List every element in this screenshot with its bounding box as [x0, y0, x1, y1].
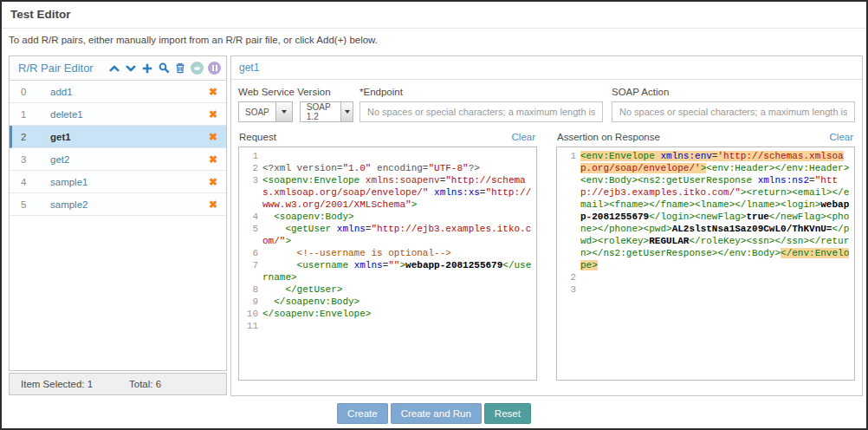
code-line: 2: [557, 271, 854, 283]
request-clear-link[interactable]: Clear: [512, 132, 535, 142]
editors-row: Request Clear 12<?xml version="1.0" enco…: [231, 124, 862, 381]
pair-name: sample2: [50, 199, 209, 210]
action-bar: Create Create and Run Reset: [2, 403, 866, 424]
rr-pair-editor-title: R/R Pair Editor: [18, 62, 94, 75]
request-panel: Request Clear 12<?xml version="1.0" enco…: [238, 130, 537, 381]
pair-name: get1: [50, 132, 209, 142]
test-editor-page: Test Editor To add R/R pairs, either man…: [0, 0, 868, 430]
items-total-count: Total: 6: [129, 379, 161, 389]
pair-name: delete1: [50, 109, 209, 120]
pair-name: get2: [50, 154, 209, 165]
rr-pair-row[interactable]: 5sample2✖: [10, 193, 226, 216]
move-up-icon[interactable]: [108, 62, 120, 75]
chevron-down-icon: [282, 110, 287, 114]
line-number: 1: [239, 150, 262, 162]
assertion-label: Assertion on Response: [557, 132, 660, 142]
rr-pair-list: 0add1✖1delete1✖2get1✖3get2✖4sample1✖5sam…: [10, 81, 226, 216]
rr-pair-footer: Item Selected: 1 Total: 6: [9, 373, 227, 395]
soap-action-input[interactable]: [612, 101, 855, 122]
code-line: 10</soapenv:Envelope>: [239, 308, 536, 320]
rr-pair-editor-panel: R/R Pair Editor: [9, 55, 227, 395]
pair-index: 5: [10, 199, 50, 210]
code-line: 3<soapenv:Envelope xmlns:soapenv="http:/…: [239, 174, 536, 211]
code-line: 11: [239, 320, 536, 332]
pair-index: 4: [10, 177, 50, 187]
rr-pair-row[interactable]: 2get1✖: [10, 126, 226, 148]
code-line: 4 <soapenv:Body>: [239, 211, 536, 223]
endpoint-label: *Endpoint: [360, 87, 603, 97]
assertion-panel: Assertion on Response Clear 1<env:Envelo…: [556, 130, 855, 381]
delete-pair-icon[interactable]: ✖: [209, 154, 226, 165]
line-number: 1: [557, 150, 580, 271]
pair-title-link[interactable]: get1: [239, 62, 259, 74]
protocol-select[interactable]: SOAP: [238, 101, 293, 122]
rr-pair-row[interactable]: 1delete1✖: [10, 103, 226, 126]
line-number: 7: [239, 259, 262, 283]
rr-pair-row[interactable]: 3get2✖: [10, 148, 226, 171]
delete-pair-icon[interactable]: ✖: [209, 177, 226, 187]
items-selected-count: Item Selected: 1: [10, 379, 129, 389]
pair-detail-header: get1: [231, 56, 862, 80]
chevron-down-icon: [345, 110, 350, 114]
add-icon[interactable]: [141, 62, 153, 75]
line-number: 11: [239, 320, 262, 332]
pause-icon[interactable]: [208, 62, 221, 75]
soap-version-select[interactable]: SOAP 1.2: [300, 101, 354, 122]
delete-pair-icon[interactable]: ✖: [209, 87, 226, 97]
service-form: Web Service Version SOAP SOAP 1.2 *Endpo…: [231, 80, 862, 124]
endpoint-input[interactable]: [360, 101, 603, 122]
header-divider: [2, 28, 866, 29]
protocol-select-button[interactable]: [275, 102, 292, 121]
page-title: Test Editor: [10, 8, 71, 21]
pair-index: 1: [10, 109, 50, 120]
code-line: 3: [557, 283, 854, 296]
code-line: 5 <getUser xmlns="http://ejb3.examples.i…: [239, 223, 536, 247]
code-line: 2<?xml version="1.0" encoding="UTF-8"?>: [239, 162, 536, 174]
rr-pair-row[interactable]: 4sample1✖: [10, 171, 226, 193]
request-code[interactable]: 12<?xml version="1.0" encoding="UTF-8"?>…: [238, 147, 537, 381]
pair-index: 0: [10, 87, 50, 97]
pair-index: 2: [12, 132, 50, 142]
protocol-select-value: SOAP: [239, 102, 275, 121]
rr-pair-toolbar: [108, 62, 221, 75]
move-down-icon[interactable]: [125, 62, 137, 75]
line-number: 3: [557, 283, 580, 296]
delete-pair-icon[interactable]: ✖: [209, 199, 226, 210]
soap-version-select-button[interactable]: [340, 102, 353, 121]
code-line: 9 </soapenv:Body>: [239, 296, 536, 308]
line-number: 3: [239, 174, 262, 211]
delete-pair-icon[interactable]: ✖: [209, 132, 226, 142]
soap-version-select-value: SOAP 1.2: [301, 102, 340, 121]
line-number: 10: [239, 308, 262, 320]
reset-button[interactable]: Reset: [484, 403, 531, 424]
code-line: 6 <!--username is optional-->: [239, 247, 536, 259]
rr-pair-row[interactable]: 0add1✖: [10, 81, 226, 103]
delete-icon[interactable]: [174, 62, 186, 75]
line-number: 6: [239, 247, 262, 259]
pair-name: add1: [50, 87, 209, 97]
create-button[interactable]: Create: [337, 403, 388, 424]
line-number: 4: [239, 211, 262, 223]
line-number: 2: [239, 162, 262, 174]
pair-name: sample1: [50, 177, 209, 187]
pair-detail-panel: get1 Web Service Version SOAP SOAP 1.2 *: [230, 55, 863, 396]
code-line: 1: [239, 150, 536, 162]
assertion-code[interactable]: 1<env:Envelope xmlns:env='http://schemas…: [556, 147, 855, 381]
search-icon[interactable]: [158, 62, 170, 75]
instruction-text: To add R/R pairs, either manually import…: [9, 35, 378, 45]
soap-action-label: SOAP Action: [612, 87, 855, 97]
eye-icon[interactable]: [191, 62, 204, 75]
request-label: Request: [239, 132, 276, 142]
assertion-clear-link[interactable]: Clear: [830, 132, 853, 142]
code-line: 8 </getUser>: [239, 283, 536, 296]
ws-version-label: Web Service Version: [238, 87, 351, 97]
line-number: 5: [239, 223, 262, 247]
line-number: 9: [239, 296, 262, 308]
line-number: 8: [239, 283, 262, 296]
code-line: 1<env:Envelope xmlns:env='http://schemas…: [557, 150, 854, 271]
delete-pair-icon[interactable]: ✖: [209, 109, 226, 120]
rr-pair-editor-header: R/R Pair Editor: [10, 56, 226, 81]
line-number: 2: [557, 271, 580, 283]
create-and-run-button[interactable]: Create and Run: [391, 403, 482, 424]
pair-index: 3: [10, 154, 50, 165]
